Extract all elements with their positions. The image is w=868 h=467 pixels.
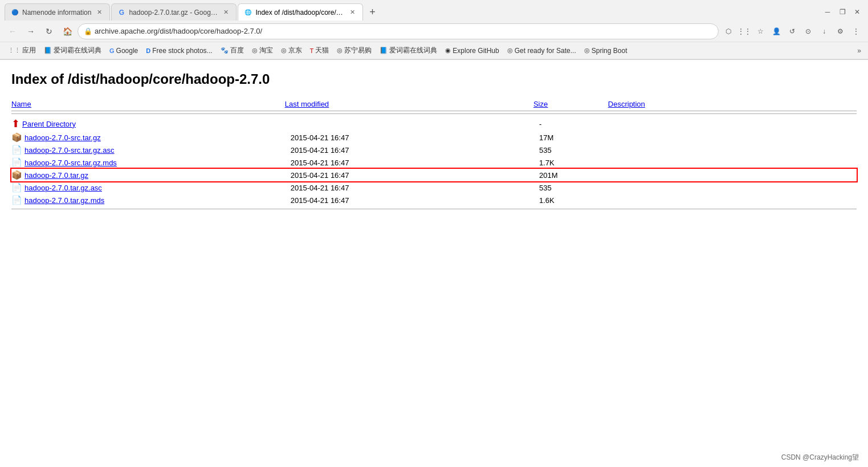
settings-button[interactable]: ⚙ — [833, 24, 847, 39]
file-size: - — [539, 120, 541, 128]
suning-icon: ◎ — [337, 47, 343, 54]
file-link[interactable]: hadoop-2.7.0.tar.gz — [25, 171, 88, 180]
file-size: 1.7K — [539, 159, 555, 167]
tab-index[interactable]: 🌐 Index of /dist/hadoop/core/ha... ✕ — [238, 3, 363, 21]
tab2-close[interactable]: ✕ — [221, 8, 230, 17]
bookmarks-more-button[interactable]: » — [855, 46, 863, 56]
file-icon: 📄 — [11, 182, 22, 193]
file-link[interactable]: hadoop-2.7.0.tar.gz.mds — [25, 196, 104, 205]
home-button[interactable]: 🏠 — [59, 23, 75, 39]
bookmark-iciba2[interactable]: 📘 爱词霸在线词典 — [376, 44, 441, 56]
new-tab-button[interactable]: + — [364, 4, 380, 20]
file-link[interactable]: hadoop-2.7.0-src.tar.gz.asc — [25, 146, 115, 155]
browser-chrome: 🔵 Namenode information ✕ G hadoop-2.7.0.… — [0, 0, 868, 60]
bookmark-springboot[interactable]: ◎ Spring Boot — [581, 46, 631, 56]
col-modified-link[interactable]: Last modified — [285, 100, 329, 108]
bottom-separator — [11, 209, 857, 209]
back-button[interactable]: ← — [5, 23, 21, 39]
tab1-icon: 🔵 — [11, 9, 19, 17]
file-link[interactable]: hadoop-2.7.0.tar.gz.asc — [25, 184, 102, 192]
extensions-button[interactable]: ⋮⋮ — [737, 24, 752, 39]
file-size-cell: 17M — [533, 131, 608, 144]
file-modified-cell — [285, 116, 533, 131]
bookmark-github[interactable]: ◉ Explore GitHub — [442, 46, 502, 56]
jd-icon: ◎ — [281, 47, 287, 54]
bookmark-jd-label: 京东 — [288, 46, 302, 55]
taobao-icon: ◎ — [252, 47, 258, 54]
file-desc-cell — [608, 144, 857, 156]
archive-icon: 📦 — [11, 132, 22, 143]
col-header-size[interactable]: Size — [533, 99, 608, 111]
sync-button[interactable]: ↺ — [785, 24, 800, 39]
file-date: 2015-04-21 16:47 — [291, 146, 349, 155]
bookmark-iciba1-label: 爱词霸在线词典 — [54, 46, 101, 55]
file-icon: 📄 — [11, 157, 22, 168]
address-bar[interactable]: 🔒 archive.apache.org/dist/hadoop/core/ha… — [78, 23, 719, 39]
freestock-icon: D — [146, 47, 150, 54]
refresh-button[interactable]: ↻ — [41, 23, 57, 39]
bookmark-sate-label: Get ready for Sate... — [515, 47, 576, 55]
col-size-link[interactable]: Size — [533, 100, 548, 108]
bookmark-baidu[interactable]: 🐾 百度 — [217, 44, 247, 56]
bookmark-github-label: Explore GitHub — [453, 47, 499, 55]
file-name-cell: 📄 hadoop-2.7.0.tar.gz.asc — [11, 181, 137, 194]
file-size-cell: 1.7K — [533, 156, 608, 169]
springboot-icon: ◎ — [584, 47, 590, 54]
archive-red-icon: 📦 — [11, 170, 22, 180]
bookmark-iciba1[interactable]: 📘 爱词霸在线词典 — [40, 44, 105, 56]
file-size: 201M — [539, 171, 558, 180]
minimize-button[interactable]: ─ — [821, 6, 834, 18]
tab-hadoop-google[interactable]: G hadoop-2.7.0.tar.gz - Google... ✕ — [111, 3, 237, 21]
bookmark-freestock[interactable]: D Free stock photos... — [142, 46, 215, 56]
bookmark-suning-label: 苏宁易购 — [344, 46, 372, 55]
file-link[interactable]: hadoop-2.7.0-src.tar.gz.mds — [25, 159, 117, 167]
file-modified-cell: 2015-04-21 16:47 — [285, 194, 533, 206]
file-link[interactable]: hadoop-2.7.0-src.tar.gz — [25, 133, 101, 142]
file-name-cell: 📄 hadoop-2.7.0-src.tar.gz.asc — [11, 144, 137, 156]
bookmark-baidu-label: 百度 — [230, 46, 244, 55]
bookmark-google[interactable]: G Google — [106, 46, 141, 56]
tab1-label: Namenode information — [22, 9, 91, 17]
tab1-close[interactable]: ✕ — [95, 8, 104, 17]
google-icon: G — [109, 47, 115, 54]
file-date: 2015-04-21 16:47 — [291, 133, 349, 142]
parent-dir-icon: ⬆ — [11, 117, 20, 130]
col-header-name[interactable]: Name — [11, 99, 285, 111]
bookmark-suning[interactable]: ◎ 苏宁易购 — [333, 44, 375, 56]
tianmao-icon: T — [310, 47, 314, 54]
bookmark-tianmao-label: 天猫 — [315, 46, 329, 55]
table-row: 📄 hadoop-2.7.0.tar.gz.asc 2015-04-21 16:… — [11, 181, 857, 194]
file-modified-cell: 2015-04-21 16:47 — [285, 169, 533, 181]
file-modified-cell: 2015-04-21 16:47 — [285, 131, 533, 144]
account-button[interactable]: 👤 — [769, 24, 784, 39]
bookmark-freestock-label: Free stock photos... — [152, 47, 212, 55]
downloads-button[interactable]: ↓ — [817, 24, 832, 39]
bookmark-tianmao[interactable]: T 天猫 — [307, 44, 333, 56]
file-size-cell: - — [533, 116, 608, 131]
parent-dir-link[interactable]: Parent Directory — [22, 120, 76, 128]
cast-button[interactable]: ⬡ — [721, 24, 736, 39]
bookmarks-bar: ⋮⋮ 应用 📘 爱词霸在线词典 G Google D Free stock ph… — [0, 42, 868, 59]
history-button[interactable]: ⊙ — [801, 24, 816, 39]
file-date: 2015-04-21 16:47 — [291, 184, 349, 192]
nav-bar: ← → ↻ 🏠 🔒 archive.apache.org/dist/hadoop… — [0, 21, 868, 42]
col-name-link[interactable]: Name — [11, 100, 31, 108]
tab-namenode[interactable]: 🔵 Namenode information ✕ — [5, 3, 110, 21]
bookmark-taobao[interactable]: ◎ 淘宝 — [248, 44, 276, 56]
file-modified-cell: 2015-04-21 16:47 — [285, 181, 533, 194]
more-button[interactable]: ⋮ — [849, 24, 863, 39]
bookmark-sate[interactable]: ◎ Get ready for Sate... — [504, 46, 580, 56]
tab3-close[interactable]: ✕ — [348, 8, 357, 17]
table-row: 📦 hadoop-2.7.0.tar.gz 2015-04-21 16:47 2… — [11, 169, 857, 181]
file-name-cell: 📦 hadoop-2.7.0-src.tar.gz — [11, 131, 137, 144]
tab2-icon: G — [117, 9, 125, 17]
restore-button[interactable]: ❐ — [836, 6, 849, 18]
col-header-modified[interactable]: Last modified — [285, 99, 533, 111]
page-title: Index of /dist/hadoop/core/hadoop-2.7.0 — [11, 71, 857, 87]
file-name-cell: 📦 hadoop-2.7.0.tar.gz — [11, 169, 137, 181]
bookmark-button[interactable]: ☆ — [753, 24, 768, 39]
bookmark-apps[interactable]: ⋮⋮ 应用 — [5, 44, 39, 56]
bookmark-jd[interactable]: ◎ 京东 — [278, 44, 305, 56]
forward-button[interactable]: → — [23, 23, 39, 39]
close-button[interactable]: ✕ — [851, 6, 863, 18]
